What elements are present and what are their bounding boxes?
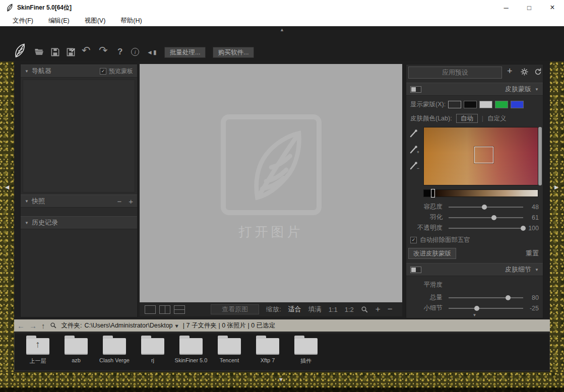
mask-swatch-black[interactable] [464,101,477,108]
skin-detail-header[interactable]: 皮肤细节 ▼ [406,263,543,276]
snapshot-remove-icon[interactable]: − [117,197,121,206]
tolerance-slider[interactable] [449,207,523,208]
eyedropper-add-icon[interactable]: + [409,145,418,154]
collapse-left-arrow-icon[interactable]: ◀ [5,184,9,190]
zoom-fill-button[interactable]: 填满 [308,305,322,314]
nav-forward-icon[interactable]: → [29,321,37,330]
folder-path[interactable]: C:\Users\Administrator\Desktop [84,322,172,329]
mask-swatch-none[interactable] [448,101,461,108]
navigator-collapse-icon[interactable]: ▼ [25,69,29,74]
auto-button[interactable]: 自动 [456,114,478,123]
zoom-1-1-button[interactable]: 1:1 [329,306,338,313]
snapshot-collapse-icon[interactable]: ▼ [25,199,29,204]
panel-scrollbar[interactable] [538,127,542,185]
improve-skin-mask-button[interactable]: 改进皮肤蒙版 [408,248,456,259]
skin-color-row: 皮肤颜色(Lab): 自动 | 自定义 [406,113,543,124]
eyedropper-remove-icon[interactable]: − [409,161,418,170]
small-detail-slider[interactable] [449,308,523,309]
collapse-right-arrow-icon[interactable]: ▶ [554,184,558,190]
file-tile[interactable]: Clash Verge [95,335,134,368]
preview-mask-checkbox[interactable]: ✓ [100,68,106,75]
custom-button[interactable]: 自定义 [487,114,507,123]
view-single-icon[interactable] [145,305,156,314]
menu-edit[interactable]: 编辑(E) [48,17,70,25]
mask-swatch-gray[interactable] [479,101,492,108]
navigator-header[interactable]: ▼ 导航器 ✓ 预览蒙板 [21,64,137,78]
view-split-vertical-icon[interactable] [159,305,170,314]
history-header[interactable]: ▼ 历史记录 [21,216,137,229]
collapse-top-arrow-icon[interactable]: ▲ [0,27,564,32]
buy-software-button[interactable]: 购买软件... [213,47,254,58]
image-canvas[interactable]: 打开图片 [140,64,402,302]
close-button[interactable]: × [541,0,564,15]
view-split-horizontal-icon[interactable] [174,305,185,314]
exit-icon[interactable]: ◄▮ [147,49,157,56]
eyedropper-icon[interactable] [409,129,418,138]
redo-icon[interactable]: ↷ [99,44,108,56]
feather-slider[interactable] [449,217,523,218]
save-icon[interactable] [50,47,60,57]
nav-back-icon[interactable]: ← [17,321,25,330]
amount-slider-knob[interactable] [506,295,511,300]
minimize-button[interactable]: ─ [494,0,518,15]
nav-up-icon[interactable]: ↑ [41,321,45,330]
search-icon[interactable] [50,322,57,329]
panel-scroll-down-icon[interactable]: ▼ [406,313,543,317]
skin-mask-collapse-icon[interactable]: ▼ [535,87,539,92]
history-collapse-icon[interactable]: ▼ [25,221,29,225]
reset-button[interactable]: 重置 [526,249,539,258]
save-as-icon[interactable] [66,47,76,57]
gradient-handle[interactable] [431,189,435,198]
menu-file[interactable]: 文件(F) [13,17,33,25]
open-image-label[interactable]: 打开图片 [140,223,402,241]
mask-swatch-green[interactable] [495,101,508,108]
zoom-fit-button[interactable]: 适合 [288,305,301,314]
add-preset-icon[interactable]: + [507,66,513,77]
zoom-in-button[interactable]: + [375,304,381,314]
file-tile[interactable]: azb [57,335,95,368]
file-tile[interactable]: rj [134,335,172,368]
zoom-1-2-button[interactable]: 1:2 [345,306,354,313]
feather-slider-knob[interactable] [491,215,496,220]
skin-color-field[interactable] [423,127,538,185]
opacity-slider[interactable] [449,228,523,229]
snapshot-title: 快照 [32,197,45,206]
collapse-bottom-arrow-icon[interactable]: ▼ [278,376,284,382]
snapshot-add-icon[interactable]: + [129,197,133,206]
file-tile-up[interactable]: ↑ 上一层 [19,335,57,368]
file-tile[interactable]: SkinFiner 5.0 [172,335,210,368]
maximize-button[interactable]: □ [518,0,541,15]
tolerance-slider-knob[interactable] [482,205,487,210]
amount-slider[interactable] [449,297,523,298]
view-original-button[interactable]: 查看原图 [211,304,259,314]
zoom-magnifier-icon[interactable] [361,306,368,313]
file-tile[interactable]: Xftp 7 [248,335,287,368]
tone-gradient-bar[interactable] [423,189,538,197]
snapshot-header[interactable]: ▼ 快照 − + [21,194,137,208]
menu-help[interactable]: 帮助(H) [120,17,142,25]
menu-view[interactable]: 视图(V) [85,17,106,25]
gear-icon[interactable] [520,68,529,76]
info-icon[interactable]: i [131,48,139,56]
opacity-label: 不透明度 [410,224,443,232]
skin-detail-toggle-icon[interactable] [410,267,421,273]
path-dropdown-icon[interactable]: ▾ [175,322,178,330]
undo-icon[interactable]: ↶ [82,44,91,56]
auto-exclude-checkbox[interactable]: ✓ [410,237,417,243]
color-selection-rect[interactable] [474,147,493,163]
opacity-slider-knob[interactable] [521,226,526,231]
help-icon[interactable]: ? [117,47,122,57]
skin-mask-header[interactable]: 皮肤蒙版 ▼ [406,83,543,96]
batch-process-button[interactable]: 批量处理... [164,47,206,58]
open-folder-icon[interactable] [33,47,44,56]
refresh-icon[interactable] [534,68,542,76]
mask-swatch-blue[interactable] [511,101,524,108]
skin-detail-collapse-icon[interactable]: ▼ [535,268,539,272]
zoom-out-button[interactable]: − [388,304,393,314]
file-tile[interactable]: Tencent [210,335,248,368]
file-tile[interactable]: 插件 [287,335,325,368]
small-detail-slider-knob[interactable] [474,306,479,311]
skin-mask-toggle-icon[interactable] [410,86,421,93]
tolerance-value: 48 [532,204,539,211]
apply-preset-dropdown[interactable]: 应用预设 [408,67,502,79]
